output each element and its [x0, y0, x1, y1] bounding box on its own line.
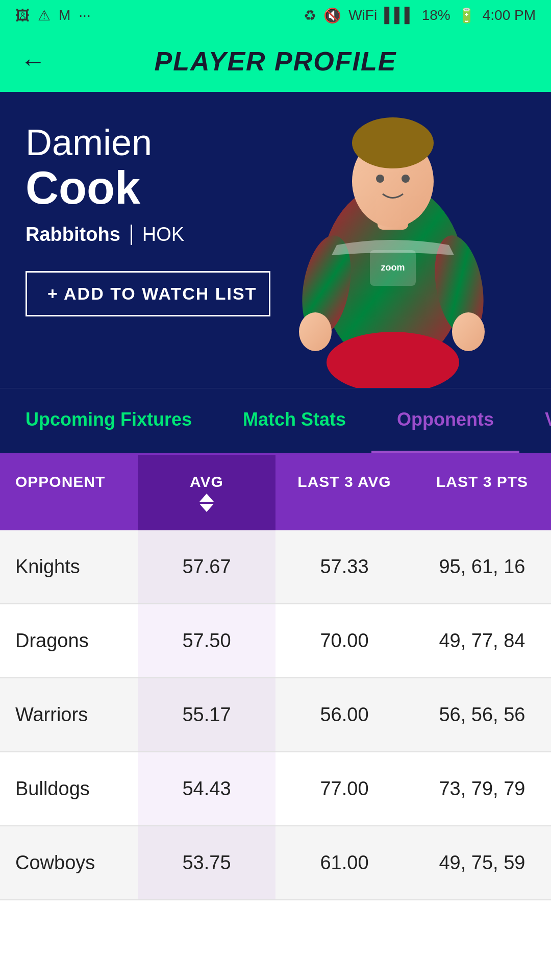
mute-icon: 🔇	[323, 7, 341, 24]
opponents-table: Knights 57.67 57.33 95, 61, 16 Dragons 5…	[0, 530, 551, 900]
player-meta: Rabbitohs HOK	[26, 224, 525, 246]
last3avg-value: 77.00	[276, 752, 413, 825]
table-header: OPPONENT AVG LAST 3 AVG LAST 3 PTS	[0, 455, 551, 530]
tab-upcoming-fixtures[interactable]: Upcoming Fixtures	[0, 388, 217, 453]
app-header: ← PLAYER PROFILE	[0, 31, 551, 92]
meta-divider	[131, 225, 132, 245]
player-hero: Damien Cook Rabbitohs HOK + ADD TO WATCH…	[0, 92, 551, 388]
mail-icon: M	[59, 7, 70, 23]
battery-percentage: 18%	[422, 7, 450, 23]
table-row: Warriors 55.17 56.00 56, 56, 56	[0, 678, 551, 752]
clock: 4:00 PM	[483, 7, 536, 23]
player-position: HOK	[142, 224, 184, 246]
last3avg-value: 57.33	[276, 530, 413, 603]
battery-icon: 🔋	[458, 7, 475, 24]
status-bar-left: 🖼 ⚠ M ···	[15, 7, 91, 24]
opponent-name: Cowboys	[0, 826, 138, 899]
last3pts-value: 56, 56, 56	[413, 678, 551, 751]
table-row: Cowboys 53.75 61.00 49, 75, 59	[0, 826, 551, 900]
opponent-name: Warriors	[0, 678, 138, 751]
svg-point-8	[299, 312, 332, 351]
player-team: Rabbitohs	[26, 224, 120, 246]
table-row: Dragons 57.50 70.00 49, 77, 84	[0, 604, 551, 678]
last3pts-value: 49, 77, 84	[413, 604, 551, 677]
watchlist-button[interactable]: + ADD TO WATCH LIST	[26, 271, 270, 316]
th-avg[interactable]: AVG	[138, 455, 276, 530]
tabs-section: Upcoming Fixtures Match Stats Opponents …	[0, 388, 551, 455]
avg-value: 57.67	[138, 530, 276, 603]
tab-opponents[interactable]: Opponents	[371, 388, 519, 453]
svg-point-9	[452, 312, 485, 351]
opponent-name: Dragons	[0, 604, 138, 677]
sort-down-icon	[199, 504, 214, 512]
photo-icon: 🖼	[15, 7, 30, 24]
back-button[interactable]: ←	[20, 46, 46, 76]
wifi-icon: WiFi	[348, 7, 377, 23]
status-bar-right: ♻ 🔇 WiFi ▌▌▌ 18% 🔋 4:00 PM	[304, 7, 536, 24]
last3pts-value: 49, 75, 59	[413, 826, 551, 899]
recycle-icon: ♻	[304, 7, 316, 24]
player-last-name: Cook	[26, 163, 525, 213]
last3avg-value: 56.00	[276, 678, 413, 751]
table-row: Knights 57.67 57.33 95, 61, 16	[0, 530, 551, 604]
last3avg-value: 61.00	[276, 826, 413, 899]
warning-icon: ⚠	[38, 7, 51, 24]
tabs-row: Upcoming Fixtures Match Stats Opponents …	[0, 388, 551, 455]
status-bar: 🖼 ⚠ M ··· ♻ 🔇 WiFi ▌▌▌ 18% 🔋 4:00 PM	[0, 0, 551, 31]
opponent-name: Knights	[0, 530, 138, 603]
sort-up-icon	[199, 494, 214, 502]
last3avg-value: 70.00	[276, 604, 413, 677]
opponent-name: Bulldogs	[0, 752, 138, 825]
player-info: Damien Cook Rabbitohs HOK + ADD TO WATCH…	[26, 122, 525, 316]
page-title: PLAYER PROFILE	[155, 46, 397, 77]
more-icon: ···	[79, 7, 90, 23]
avg-value: 54.43	[138, 752, 276, 825]
table-row: Bulldogs 54.43 77.00 73, 79, 79	[0, 752, 551, 826]
last3pts-value: 95, 61, 16	[413, 530, 551, 603]
th-last3pts[interactable]: LAST 3 PTS	[413, 455, 551, 530]
last3pts-value: 73, 79, 79	[413, 752, 551, 825]
avg-value: 53.75	[138, 826, 276, 899]
th-opponent[interactable]: OPPONENT	[0, 455, 138, 530]
tab-venues[interactable]: Venues	[519, 388, 551, 453]
avg-value: 55.17	[138, 678, 276, 751]
tab-match-stats[interactable]: Match Stats	[217, 388, 371, 453]
player-first-name: Damien	[26, 122, 525, 163]
avg-value: 57.50	[138, 604, 276, 677]
sort-arrows	[199, 494, 214, 512]
signal-icon: ▌▌▌	[384, 7, 415, 23]
th-last3avg[interactable]: LAST 3 AVG	[276, 455, 413, 530]
